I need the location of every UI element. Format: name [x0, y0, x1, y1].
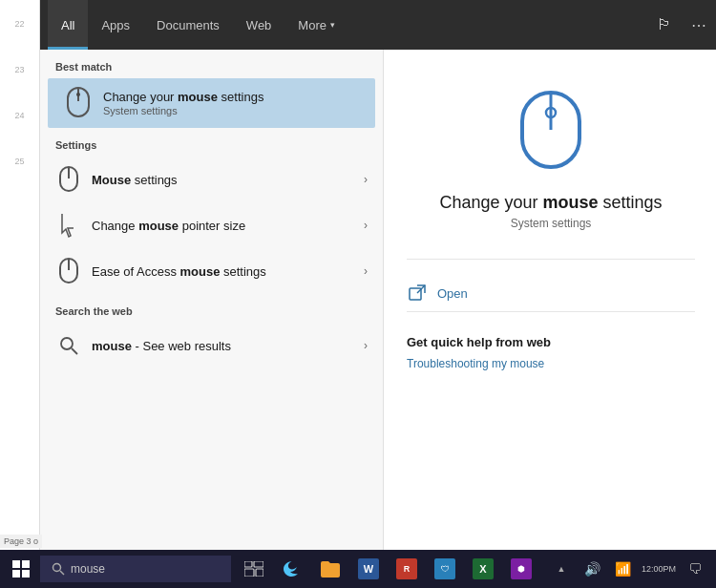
content-area: Best match Change your mouse settings Sy…	[40, 50, 716, 554]
svg-rect-14	[12, 560, 20, 568]
nav-tabs: All Apps Documents Web More ▾ 🏳 ⋯	[40, 0, 716, 50]
taskbar-app-blue[interactable]: 🛡	[428, 552, 462, 586]
taskbar-app-misc[interactable]: ⬢	[504, 552, 538, 586]
open-icon	[407, 283, 428, 304]
detail-subtitle: System settings	[511, 217, 592, 230]
arrow-right-icon-4: ›	[364, 339, 368, 352]
tab-apps[interactable]: Apps	[88, 0, 143, 50]
taskbar-app-excel[interactable]: X	[466, 552, 500, 586]
chevron-down-icon: ▾	[330, 20, 335, 30]
search-web-icon	[55, 332, 82, 359]
arrow-right-icon-3: ›	[364, 264, 368, 278]
svg-line-8	[72, 348, 77, 354]
results-panel: Best match Change your mouse settings Sy…	[40, 50, 384, 554]
page-number: Page 3 o	[0, 535, 42, 548]
help-title: Get quick help from web	[407, 335, 695, 349]
svg-point-2	[76, 93, 80, 96]
svg-rect-22	[244, 569, 254, 577]
line-numbers: 22 23 24 25	[14, 19, 24, 166]
web-label: Search the web	[40, 294, 383, 323]
start-button[interactable]	[4, 552, 38, 586]
mouse-icon-3	[55, 258, 82, 284]
tab-all[interactable]: All	[48, 0, 88, 50]
svg-rect-16	[12, 570, 20, 578]
search-input[interactable]	[71, 562, 220, 576]
troubleshoot-link[interactable]: Troubleshooting my mouse	[407, 357, 695, 370]
svg-rect-23	[256, 569, 263, 577]
settings-label: Settings	[40, 128, 383, 157]
taskbar-right: ▲ 🔊 📶 12:00PM 🗨	[548, 552, 712, 586]
taskbar-app-folder[interactable]	[313, 552, 347, 586]
search-panel: All Apps Documents Web More ▾ 🏳 ⋯ Best m…	[40, 0, 716, 554]
arrow-right-icon-2: ›	[364, 219, 368, 232]
svg-rect-17	[22, 570, 30, 578]
document-margin: 22 23 24 25	[0, 0, 40, 554]
tab-documents[interactable]: Documents	[143, 0, 233, 50]
more-options-icon[interactable]: ⋯	[687, 12, 710, 38]
taskbar: W R 🛡 X ⬢ ▲ 🔊 📶 12:00PM 🗨	[0, 550, 716, 588]
svg-rect-20	[244, 561, 252, 567]
feedback-icon[interactable]: 🏳	[653, 12, 676, 38]
mouse-pointer-item[interactable]: Change mouse pointer size ›	[40, 202, 383, 248]
ease-access-item[interactable]: Ease of Access mouse settings ›	[40, 248, 383, 294]
taskbar-apps: W R 🛡 X ⬢	[237, 552, 538, 586]
svg-rect-21	[254, 561, 263, 567]
detail-mouse-icon	[508, 88, 594, 174]
system-tray[interactable]: ▲	[548, 552, 575, 586]
notification-icon[interactable]: 🗨	[682, 552, 708, 586]
task-view-button[interactable]	[237, 552, 271, 586]
arrow-right-icon-1: ›	[364, 173, 368, 186]
clock[interactable]: 12:00PM	[640, 552, 678, 586]
nav-icon-group: 🏳 ⋯	[653, 12, 710, 38]
volume-icon[interactable]: 🔊	[579, 552, 605, 586]
best-match-text: Change your mouse settings System settin…	[103, 90, 263, 116]
svg-line-19	[60, 571, 64, 575]
detail-panel: Change your mouse settings System settin…	[384, 50, 716, 554]
taskbar-search-box[interactable]	[40, 556, 231, 582]
svg-rect-15	[22, 560, 30, 568]
web-search-item[interactable]: mouse - See web results ›	[40, 323, 383, 368]
taskbar-app-word[interactable]: W	[351, 552, 386, 586]
network-icon[interactable]: 📶	[609, 552, 636, 586]
divider-2	[407, 311, 695, 312]
taskbar-app-red[interactable]: R	[390, 552, 424, 586]
detail-title: Change your mouse settings	[439, 193, 662, 213]
divider-1	[407, 259, 695, 260]
mouse-pointer-icon	[55, 212, 82, 239]
svg-point-18	[53, 564, 61, 572]
mouse-settings-item[interactable]: Mouse settings ›	[40, 157, 383, 202]
mouse-icon-best	[63, 88, 94, 118]
mouse-icon-1	[55, 166, 82, 193]
svg-point-7	[61, 338, 73, 349]
open-action[interactable]: Open	[407, 275, 695, 311]
taskbar-app-edge[interactable]	[275, 552, 309, 586]
best-match-label: Best match	[40, 50, 383, 78]
tab-more[interactable]: More ▾	[284, 0, 348, 50]
tab-web[interactable]: Web	[233, 0, 285, 50]
best-match-item[interactable]: Change your mouse settings System settin…	[48, 78, 375, 128]
